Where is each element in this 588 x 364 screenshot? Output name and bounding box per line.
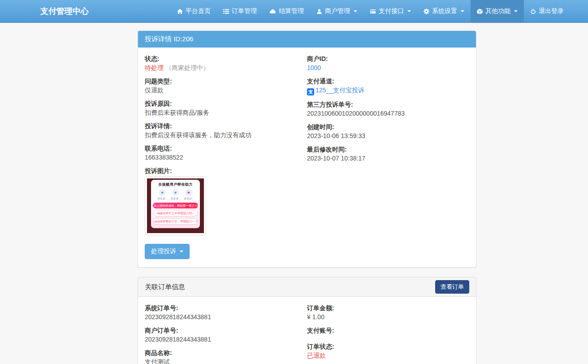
thumb-avatar: ♥ 拼多多.. <box>156 189 168 201</box>
nav-item-label: 退出登录 <box>539 7 564 15</box>
box-icon <box>477 9 483 14</box>
field-created-time: 创建时间: 2023-10-06 13:59:33 <box>307 122 465 140</box>
nav-item-other-functions[interactable]: 其他功能 <box>471 0 524 22</box>
merchant-id-link[interactable]: 1000 <box>307 64 321 71</box>
field-status: 状态: 待处理 （商家处理中） <box>145 54 303 72</box>
field-label: 投诉详情: <box>145 121 303 130</box>
order-status-badge: 已退款 <box>307 351 465 360</box>
field-payment-account: 支付账号: <box>307 326 465 338</box>
thumb-bubble: 马上就快拼成啦，再助我一臂之力吧 <box>153 203 198 208</box>
thumb-bubble: 动动你发财的小手，帮我助力一下趴 <box>153 218 198 225</box>
field-value: 2023-10-06 13:59:33 <box>307 131 465 140</box>
field-label: 投诉图片: <box>145 166 303 175</box>
field-product-name: 商品名称: 支付测试 <box>145 348 303 364</box>
handle-complaint-button[interactable]: 处理投诉 <box>145 244 190 259</box>
field-value: 2023092818244343881 <box>145 312 303 321</box>
field-payment-channel: 支付通道: 支125__支付宝投诉 <box>307 77 465 95</box>
field-complaint-reason: 投诉原因: 扣费后未获得商品/服务 <box>145 99 303 117</box>
chevron-down-icon <box>180 251 183 252</box>
field-value <box>307 335 465 338</box>
related-order-panel-body: 系统订单号: 2023092818244343881 商户订单号: 202309… <box>138 297 476 364</box>
field-merchant-order-no: 商户订单号: 2023092818244343881 <box>145 326 303 344</box>
order-left-column: 系统订单号: 2023092818244343881 商户订单号: 202309… <box>145 303 307 364</box>
cloud-icon <box>269 9 276 14</box>
thumb-bubble: 感谢你百忙之中帮我助力哇~ <box>153 210 198 217</box>
field-complaint-image: 投诉图片: 去提醒用户帮你助力 ♥ 拼多多.. <box>145 166 303 235</box>
field-issue-type: 问题类型: 仅退款 <box>145 77 303 95</box>
user-icon <box>316 9 322 14</box>
nav-item-label: 系统设置 <box>432 7 457 15</box>
field-third-party-complaint-no: 第三方投诉单号: 2023100600102000000016947783 <box>307 100 465 118</box>
field-value: 扣费后没有获得该服务，助力没有成功 <box>145 130 303 139</box>
field-label: 订单状态: <box>307 342 465 351</box>
field-merchant-id: 商户ID: 1000 <box>307 54 465 72</box>
field-label: 订单金额: <box>307 303 465 312</box>
field-label: 状态: <box>145 54 303 63</box>
thumb-avatar: ♥ 拼多多.. <box>183 189 195 201</box>
field-label: 商户ID: <box>307 54 465 63</box>
field-label: 商户订单号: <box>145 326 303 335</box>
complaint-left-column: 状态: 待处理 （商家处理中） 问题类型: 仅退款 投诉原因: 扣费后未获得商品… <box>145 54 307 259</box>
complaint-image-thumbnail[interactable]: 去提醒用户帮你助力 ♥ 拼多多.. ♥ 拼多多.. <box>145 176 206 235</box>
main-content: 投诉详情 ID:206 状态: 待处理 （商家处理中） 问题类型: 仅退款 投诉… <box>138 23 476 364</box>
credit-card-icon <box>370 9 376 14</box>
gear-icon <box>424 9 429 14</box>
field-label: 支付通道: <box>307 77 465 86</box>
field-order-amount: 订单金额: ¥ 1.00 <box>307 303 465 321</box>
nav-item-orders[interactable]: 订单管理 <box>217 0 263 22</box>
field-complaint-detail: 投诉详情: 扣费后没有获得该服务，助力没有成功 <box>145 121 303 139</box>
field-label: 联系电话: <box>145 144 303 153</box>
nav-item-label: 结算管理 <box>279 7 304 15</box>
field-label: 商品名称: <box>145 348 303 357</box>
nav-item-settlement[interactable]: 结算管理 <box>263 0 310 22</box>
chevron-down-icon <box>354 10 357 12</box>
heart-icon: ♥ <box>159 189 166 196</box>
related-order-panel: 关联订单信息 查看订单 系统订单号: 2023092818244343881 商… <box>138 277 476 364</box>
complaint-right-column: 商户ID: 1000 支付通道: 支125__支付宝投诉 第三方投诉单号: 20… <box>307 54 469 167</box>
status-note: （商家处理中） <box>165 64 209 71</box>
field-contact-phone: 联系电话: 16633838522 <box>145 144 303 162</box>
field-value: 仅退款 <box>145 86 303 95</box>
chevron-down-icon <box>461 10 464 12</box>
field-label: 系统订单号: <box>145 303 303 312</box>
field-system-order-no: 系统订单号: 2023092818244343881 <box>145 303 303 321</box>
order-right-column: 订单金额: ¥ 1.00 支付账号: 订单状态: 已退款 <box>307 303 469 364</box>
field-value: 2023100600102000000016947783 <box>307 109 465 118</box>
nav-item-payment-interfaces[interactable]: 支付接口 <box>363 0 417 22</box>
thumb-title: 去提醒用户帮你助力 <box>153 182 198 187</box>
nav-item-label: 商户管理 <box>325 7 350 15</box>
field-label: 支付账号: <box>307 326 465 335</box>
nav-item-system-settings[interactable]: 系统设置 <box>417 0 471 22</box>
status-badge: 待处理 <box>145 64 164 71</box>
field-value: 2023092818244343881 <box>145 335 303 344</box>
app-title: 支付管理中心 <box>40 0 89 22</box>
nav-item-label: 订单管理 <box>232 7 257 15</box>
heart-icon: ♥ <box>185 189 193 196</box>
related-order-panel-title: 关联订单信息 <box>145 283 185 291</box>
field-label: 投诉原因: <box>145 99 303 108</box>
field-label: 第三方投诉单号: <box>307 100 465 109</box>
nav-item-label: 其他功能 <box>485 7 510 15</box>
nav-item-merchants[interactable]: 商户管理 <box>310 0 363 22</box>
list-icon <box>223 9 229 14</box>
field-value: 支付测试 <box>145 357 303 364</box>
view-order-button[interactable]: 查看订单 <box>435 280 469 294</box>
complaint-detail-panel: 投诉详情 ID:206 状态: 待处理 （商家处理中） 问题类型: 仅退款 投诉… <box>138 30 476 268</box>
payment-channel-link[interactable]: 125__支付宝投诉 <box>316 87 364 94</box>
field-label: 问题类型: <box>145 77 303 86</box>
field-value: 2023-10-07 10:38:17 <box>307 154 465 163</box>
nav-item-home[interactable]: 平台首页 <box>171 0 217 22</box>
navbar-menu: 平台首页 订单管理 结算管理 商户管理 支付接口 <box>171 0 570 22</box>
power-icon <box>530 9 536 14</box>
complaint-panel-body: 状态: 待处理 （商家处理中） 问题类型: 仅退款 投诉原因: 扣费后未获得商品… <box>138 48 476 267</box>
field-value: ¥ 1.00 <box>307 312 465 321</box>
nav-item-logout[interactable]: 退出登录 <box>524 0 570 22</box>
field-value: 16633838522 <box>145 153 303 162</box>
field-value: 扣费后未获得商品/服务 <box>145 108 303 117</box>
nav-item-label: 支付接口 <box>379 7 404 15</box>
nav-item-label: 平台首页 <box>186 7 211 15</box>
home-icon <box>177 9 183 14</box>
thumb-avatar: ♥ 拼多多.. <box>170 189 182 201</box>
alipay-icon: 支 <box>307 88 314 95</box>
heart-icon: ♥ <box>172 189 179 196</box>
